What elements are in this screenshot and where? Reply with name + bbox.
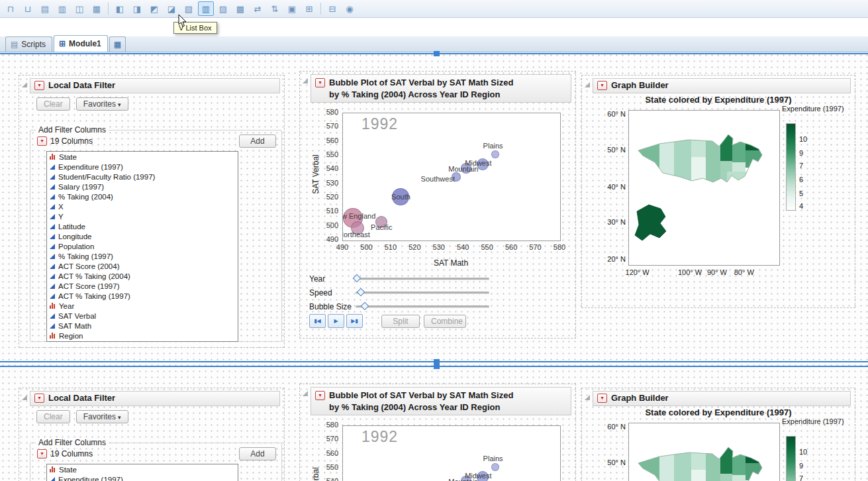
filter-column-item-expenditure-1997[interactable]: Expenditure (1997)	[47, 162, 238, 172]
clear-button[interactable]: Clear	[36, 410, 70, 423]
tab-module1[interactable]: ⊞ Module1	[54, 35, 108, 52]
filter-column-item-sat-verbal[interactable]: SAT Verbal	[47, 311, 238, 321]
toolbar-icon-1[interactable]: ⊓	[3, 1, 19, 16]
toolbar-icon-18[interactable]: ⊞	[301, 1, 317, 16]
red-triangle-menu-icon[interactable]: ▾	[34, 394, 44, 403]
filter-columns-list[interactable]: StateExpenditure (1997)Student/Faculty R…	[46, 151, 238, 342]
filter-panel-header[interactable]: ▾ Local Data Filter	[30, 391, 280, 406]
toolbar-icon-4[interactable]: ▥	[54, 1, 70, 16]
filter-column-item-year[interactable]: Year	[47, 301, 238, 311]
columns-red-triangle-icon[interactable]: ▾	[37, 449, 47, 458]
red-triangle-menu-icon[interactable]: ▾	[315, 391, 325, 400]
filter-column-item-act-taking-1997[interactable]: ACT % Taking (1997)	[47, 291, 238, 301]
filter-column-item-population[interactable]: Population	[47, 241, 238, 251]
red-triangle-menu-icon[interactable]: ▾	[597, 81, 607, 90]
toolbar-icon-20[interactable]: ◉	[342, 1, 358, 16]
favorites-button[interactable]: Favorites▾	[76, 410, 128, 423]
columns-red-triangle-icon[interactable]: ▾	[37, 136, 47, 146]
filter-column-item-student-faculty-ratio-1997[interactable]: Student/Faculty Ratio (1997)	[47, 172, 238, 182]
splitter-handle[interactable]	[434, 364, 440, 369]
filter-panel-title: Local Data Filter	[48, 80, 115, 90]
tab-new-module[interactable]: ▦	[109, 36, 126, 52]
filter-column-item-region[interactable]: Region	[47, 331, 238, 341]
bubble-size-slider[interactable]	[356, 305, 489, 308]
toolbar-icon-16[interactable]: ⇅	[267, 1, 283, 16]
collapse-arrow-icon[interactable]	[22, 395, 27, 400]
graph-panel-header[interactable]: ▾ Graph Builder	[593, 391, 851, 406]
x-axis-label: SAT Math	[342, 258, 559, 268]
play-button[interactable]: ▶	[328, 314, 344, 328]
speed-slider-thumb[interactable]	[357, 288, 365, 297]
toolbar-icon-2[interactable]: ⊔	[20, 1, 36, 16]
toolbar-icon-7[interactable]: ◧	[112, 1, 128, 16]
step-forward-button[interactable]: ▶▮	[346, 314, 363, 328]
year-slider[interactable]	[356, 278, 489, 280]
toolbar-icon-11[interactable]: ▧	[181, 1, 197, 16]
toolbar-icon-8[interactable]: ◨	[129, 1, 145, 16]
filter-columns-list[interactable]: StateExpenditure (1997)Student/Faculty R…	[46, 464, 238, 481]
bubble-plains[interactable]	[491, 150, 499, 158]
collapse-arrow-icon[interactable]	[585, 82, 590, 87]
filter-column-item-taking-2004[interactable]: % Taking (2004)	[47, 191, 238, 201]
split-button[interactable]: Split	[381, 315, 420, 328]
collapse-arrow-icon[interactable]	[585, 395, 590, 400]
collapse-arrow-icon[interactable]	[303, 391, 308, 396]
filter-column-item-y[interactable]: Y	[47, 211, 238, 221]
toolbar-icon-19[interactable]: ⊟	[324, 1, 340, 16]
filter-column-item-state[interactable]: State	[47, 464, 238, 474]
toolbar-icon-14[interactable]: ▩	[232, 1, 248, 16]
red-triangle-menu-icon[interactable]: ▾	[597, 394, 607, 403]
add-button[interactable]: Add	[239, 134, 276, 148]
filter-column-item-longitude[interactable]: Longitude	[47, 231, 238, 241]
bubble-plains[interactable]	[491, 463, 499, 471]
toolbar-icon-13[interactable]: ▨	[215, 1, 231, 16]
graph-panel-header[interactable]: ▾ Graph Builder	[593, 78, 851, 93]
filter-column-item-x[interactable]: X	[47, 201, 238, 211]
filter-column-item-state[interactable]: State	[47, 152, 238, 162]
filter-column-item-act-taking-2004[interactable]: ACT % Taking (2004)	[47, 271, 238, 281]
collapse-arrow-icon[interactable]	[303, 78, 308, 83]
filter-panel-header[interactable]: ▾ Local Data Filter	[30, 78, 280, 93]
column-label: Expenditure (1997)	[58, 476, 123, 481]
filter-column-item-salary-1997[interactable]: Salary (1997)	[47, 182, 238, 191]
filter-column-item-expenditure-1997[interactable]: Expenditure (1997)	[47, 474, 238, 481]
tab-scripts[interactable]: ▤ Scripts	[5, 36, 52, 52]
bubble-panel-header[interactable]: ▾ Bubble Plot of SAT Verbal by SAT Math …	[311, 387, 571, 415]
step-back-button[interactable]: ▮◀	[309, 314, 326, 328]
toolbar-icon-10[interactable]: ◪	[164, 1, 179, 16]
bubble-size-slider-thumb[interactable]	[361, 302, 369, 311]
v-list-box-icon[interactable]: ▥	[198, 1, 214, 16]
red-triangle-menu-icon[interactable]: ▾	[315, 78, 325, 87]
column-label: SAT Math	[58, 322, 91, 330]
collapse-arrow-icon[interactable]	[22, 82, 27, 87]
toolbar-icon-6[interactable]: ▦	[89, 1, 105, 16]
filter-column-item-latitude[interactable]: Latitude	[47, 221, 238, 231]
toolbar-icon-15[interactable]: ⇄	[250, 1, 265, 16]
graph-panel-title: Graph Builder	[611, 393, 669, 403]
toolbar-icon-3[interactable]: ▤	[37, 1, 53, 16]
filter-column-item-act-score-2004[interactable]: ACT Score (2004)	[47, 261, 238, 271]
filter-column-item-taking-1997[interactable]: % Taking (1997)	[47, 251, 238, 261]
filter-column-item-sat-math[interactable]: SAT Math	[47, 321, 238, 331]
speed-slider[interactable]	[356, 292, 489, 294]
design-canvas[interactable]: ▾ Local Data Filter Clear Favorites▾ Add…	[0, 52, 868, 481]
splitter-handle[interactable]	[434, 51, 440, 56]
clear-button[interactable]: Clear	[36, 97, 70, 111]
toolbar-icon-17[interactable]: ▣	[284, 1, 300, 16]
combine-button[interactable]: Combine	[424, 315, 466, 328]
x-tick: 530	[433, 243, 445, 251]
red-triangle-menu-icon[interactable]: ▾	[34, 81, 44, 90]
column-label: State	[59, 466, 77, 474]
bubble-label-southwest: Southwest	[421, 175, 455, 183]
toolbar-icon-5[interactable]: ◫	[72, 1, 87, 16]
map-plot-area[interactable]	[628, 110, 780, 266]
favorites-button[interactable]: Favorites▾	[76, 97, 128, 111]
add-button[interactable]: Add	[239, 447, 276, 460]
bubble-plot-area[interactable]: 1992 New EnglandNortheastPacificSouthSou…	[342, 425, 561, 481]
filter-column-item-act-score-1997[interactable]: ACT Score (1997)	[47, 281, 238, 291]
filter-panel-title: Local Data Filter	[48, 393, 115, 403]
bubble-plot-area[interactable]: 1992 New EnglandNortheastPacificSouthSou…	[342, 113, 561, 241]
toolbar-icon-9[interactable]: ◩	[146, 1, 162, 16]
map-plot-area[interactable]	[628, 423, 780, 481]
bubble-panel-header[interactable]: ▾ Bubble Plot of SAT Verbal by SAT Math …	[311, 74, 571, 103]
